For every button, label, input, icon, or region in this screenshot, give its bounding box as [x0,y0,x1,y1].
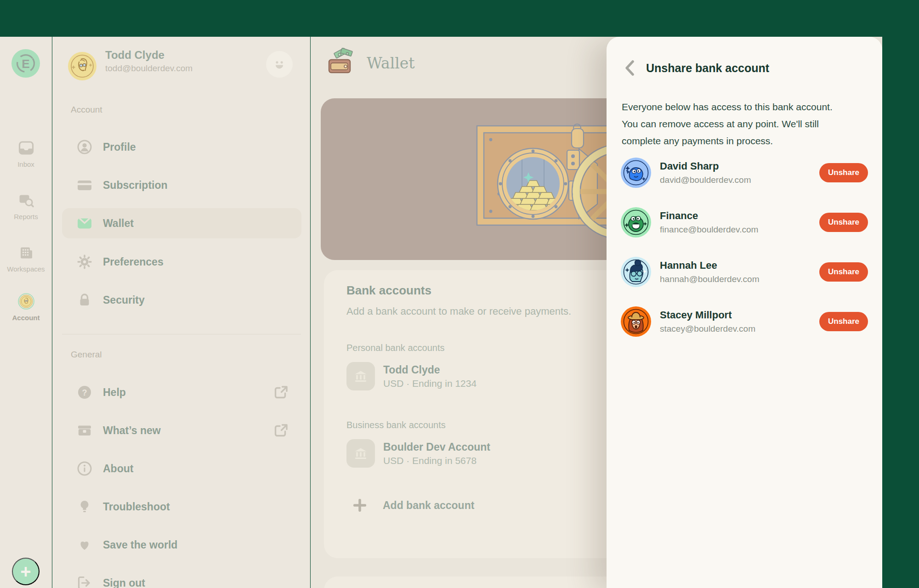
app-rail: E Inbox Reports [0,37,52,588]
page-title: Wallet [367,54,415,72]
help-icon: ? [76,384,93,401]
sidebar-item-wallet[interactable]: Wallet [62,210,301,236]
unshare-button[interactable]: Unshare [819,262,868,282]
bank-tile [346,439,375,468]
david-avatar [621,158,651,188]
bank-account-details: USD · Ending in 1234 [383,378,477,389]
reports-icon [18,192,34,209]
bank-account-name: Boulder Dev Account [383,441,490,453]
rail-item-inbox[interactable]: Inbox [0,140,52,168]
external-link-icon [273,422,289,439]
window-right-bar [882,0,919,588]
sidebar-item-troubleshoot[interactable]: Troubleshoot [62,494,301,520]
person-row-stacey: Stacey Millport stacey@boulderdev.com Un… [621,306,868,337]
sidebar-item-help[interactable]: ? Help [62,379,301,405]
add-bank-account-label: Add bank account [383,499,474,512]
sidebar-item-save-the-world[interactable]: Save the world [62,532,301,558]
person-row-hannah: Hannah Lee hannah@boulderdev.com Unshare [621,256,868,288]
bank-tile [346,362,375,390]
app-logo[interactable]: E [11,49,40,78]
rail-item-label: Workspaces [0,265,52,273]
rail-item-label: Account [0,314,52,322]
profile-icon [76,139,93,155]
feedback-smiley-button[interactable] [266,51,293,78]
plus-icon [352,497,368,514]
e-logo-icon: E [11,49,40,78]
user-avatar [68,51,97,81]
section-header-general: General [71,350,102,360]
subscription-icon [76,177,93,193]
inbox-icon [18,140,34,156]
personal-accounts-label: Personal bank accounts [346,343,444,353]
sign-out-icon [76,575,93,588]
sidebar-item-label: Save the world [103,539,177,551]
panel-title: Unshare bank account [646,62,769,75]
sidebar-item-label: Preferences [103,256,164,268]
person-name: Finance [660,210,758,222]
shared-people-list: David Sharp david@boulderdev.com Unshare [621,157,868,337]
sidebar-item-about[interactable]: About [62,456,301,481]
sidebar-item-label: About [103,463,133,475]
back-button[interactable] [624,60,635,76]
rail-item-label: Inbox [0,160,52,168]
person-email: hannah@boulderdev.com [660,274,759,284]
external-link-icon [273,384,289,401]
window-top-bar [0,0,919,37]
person-row-david: David Sharp david@boulderdev.com Unshare [621,157,868,188]
add-bank-account-button[interactable]: Add bank account [352,497,474,514]
unshare-button[interactable]: Unshare [819,163,868,182]
sidebar-item-whats-new[interactable]: What’s new [62,418,301,443]
sidebar-item-subscription[interactable]: Subscription [62,172,301,198]
smiley-icon [272,57,287,72]
unshare-panel: Unshare bank account Everyone below has … [607,37,882,588]
rail-item-reports[interactable]: Reports [0,192,52,220]
sidebar-item-label: Profile [103,141,136,153]
app-window: E Inbox Reports [0,0,919,588]
sidebar-item-label: Help [103,386,126,399]
business-accounts-label: Business bank accounts [346,420,446,430]
stacey-avatar [621,306,651,337]
person-name: David Sharp [660,160,751,172]
bank-account-name: Todd Clyde [383,364,477,376]
person-email: finance@boulderdev.com [660,225,758,235]
sidebar-item-sign-out[interactable]: Sign out [62,570,301,588]
hannah-avatar [621,257,651,287]
chevron-left-icon [624,60,635,76]
workspaces-icon [18,244,34,261]
sidebar-item-label: Subscription [103,179,168,192]
person-email: stacey@boulderdev.com [660,324,755,334]
sidebar-item-label: Wallet [103,217,134,230]
finance-avatar [621,207,651,237]
coin-face-avatar [68,51,97,81]
rail-item-workspaces[interactable]: Workspaces [0,244,52,273]
section-header-account: Account [71,105,102,115]
sidebar-item-label: Security [103,294,145,306]
unshare-button[interactable]: Unshare [819,213,868,232]
person-email: david@boulderdev.com [660,175,751,185]
about-info-icon [76,460,93,477]
sidebar-item-preferences[interactable]: Preferences [62,249,301,275]
sidebar-item-label: Sign out [103,577,145,588]
rail-item-account[interactable]: Account [0,293,52,322]
whats-new-icon [76,422,93,439]
add-button[interactable]: + [12,558,40,585]
bank-icon [353,446,368,461]
lightbulb-icon [76,498,93,515]
sidebar-item-label: Troubleshoot [103,501,170,513]
preferences-icon [76,254,93,270]
rail-item-label: Reports [0,213,52,220]
sidebar-divider [62,334,301,334]
user-name: Todd Clyde [105,49,165,62]
bank-accounts-heading: Bank accounts [346,283,431,298]
bank-accounts-subheading: Add a bank account to make or receive pa… [346,305,571,317]
panel-header: Unshare bank account [624,60,769,76]
sidebar-item-label: What’s new [103,424,161,437]
person-name: Hannah Lee [660,260,759,271]
unshare-button[interactable]: Unshare [819,312,868,331]
heart-icon [76,537,93,553]
account-coin-avatar [18,293,34,310]
sidebar-item-security[interactable]: Security [62,287,301,313]
wallet-icon [76,215,93,232]
wallet-money-illustration [327,48,360,76]
sidebar-item-profile[interactable]: Profile [62,134,301,160]
